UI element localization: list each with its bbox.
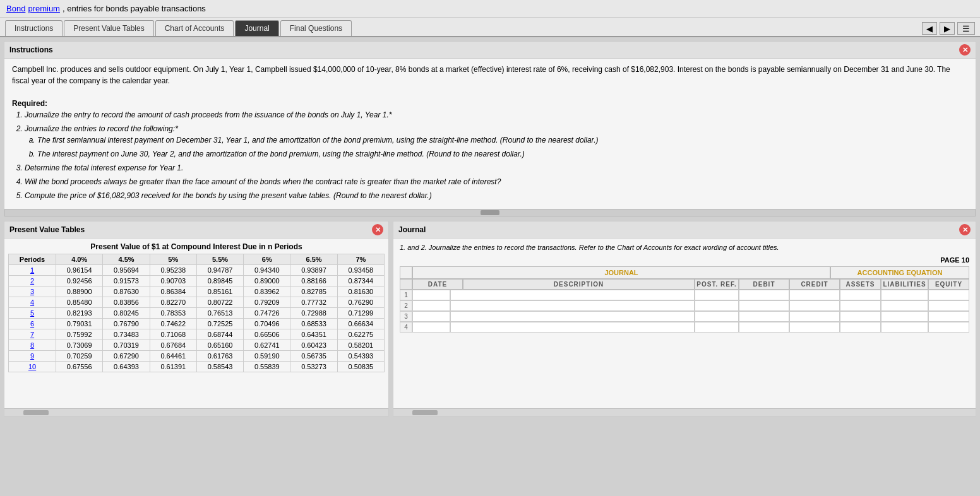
pv-v60: 0.59190	[244, 351, 290, 362]
pv-v50: 0.74622	[150, 319, 196, 329]
journal-row-credit[interactable]	[789, 300, 840, 311]
journal-row-post[interactable]	[695, 300, 739, 311]
journal-row-post[interactable]	[695, 290, 739, 300]
journal-row-liabilities[interactable]	[881, 290, 928, 300]
journal-row-desc[interactable]	[450, 290, 695, 300]
journal-row-desc[interactable]	[450, 300, 695, 311]
journal-row-liabilities[interactable]	[881, 311, 928, 322]
pv-table-title: Present Value of $1 at Compound Interest…	[8, 242, 385, 251]
journal-row-credit[interactable]	[789, 290, 840, 300]
pv-period[interactable]: 2	[9, 276, 56, 286]
journal-row-date[interactable]	[412, 290, 450, 300]
pv-v45: 0.73483	[103, 329, 150, 340]
journal-page-label: PAGE 10	[400, 256, 969, 264]
journal-section-header: JOURNAL ACCOUNTING EQUATION	[400, 266, 969, 279]
pv-v60: 0.66506	[244, 329, 290, 340]
nav-prev-button[interactable]: ◀	[922, 22, 937, 35]
header-title: , entries for bonds payable transactions	[63, 4, 206, 13]
pv-table-row: 3 0.88900 0.87630 0.86384 0.85161 0.8396…	[9, 286, 385, 297]
pv-period[interactable]: 1	[9, 265, 56, 276]
pv-period[interactable]: 9	[9, 351, 56, 362]
instructions-close-button[interactable]: ✕	[959, 44, 971, 56]
tab-instructions[interactable]: Instructions	[5, 20, 63, 36]
pv-col-periods: Periods	[9, 254, 56, 265]
instructions-scroll-area[interactable]: Campbell Inc. produces and sells outdoor…	[4, 59, 976, 209]
pv-v55: 0.89845	[196, 276, 243, 286]
journal-row-desc[interactable]	[450, 322, 695, 333]
journal-row-assets[interactable]	[840, 290, 881, 300]
pv-v50: 0.67684	[150, 340, 196, 351]
journal-row-debit[interactable]	[739, 290, 789, 300]
bond-link[interactable]: Bond	[6, 4, 25, 13]
instructions-scrollbar-h[interactable]	[4, 209, 976, 216]
journal-scrollbar-h[interactable]	[393, 408, 976, 416]
pv-close-button[interactable]: ✕	[372, 224, 383, 235]
journal-row-equity[interactable]	[928, 290, 969, 300]
journal-row-debit[interactable]	[739, 311, 789, 322]
journal-row-credit[interactable]	[789, 311, 840, 322]
journal-body[interactable]: 1. and 2. Journalize the entries to reco…	[393, 239, 976, 408]
requirement-1: Journalize the entry to record the amoun…	[25, 109, 968, 121]
instructions-main-text: Campbell Inc. produces and sells outdoor…	[12, 64, 968, 86]
pv-period[interactable]: 7	[9, 329, 56, 340]
journal-row-num: 2	[400, 300, 412, 311]
journal-row-date[interactable]	[412, 322, 450, 333]
journal-row-equity[interactable]	[928, 322, 969, 333]
pv-period[interactable]: 4	[9, 297, 56, 308]
pv-v45: 0.64393	[103, 362, 150, 372]
tab-final-questions[interactable]: Final Questions	[280, 20, 352, 36]
journal-row-credit[interactable]	[789, 322, 840, 333]
pv-table-header-row: Periods 4.0% 4.5% 5% 5.5% 6% 6.5% 7%	[9, 254, 385, 265]
pv-v65: 0.56735	[290, 351, 337, 362]
journal-data-row: 3	[400, 311, 969, 322]
pv-scrollbar-thumb	[23, 410, 49, 415]
pv-body[interactable]: Present Value of $1 at Compound Interest…	[4, 239, 388, 408]
premium-link[interactable]: premium	[28, 4, 60, 13]
pv-v40: 0.70259	[56, 351, 103, 362]
pv-col-6: 6%	[244, 254, 290, 265]
journal-row-date[interactable]	[412, 300, 450, 311]
pv-v65: 0.60423	[290, 340, 337, 351]
tab-chart-of-accounts[interactable]: Chart of Accounts	[155, 20, 234, 36]
pv-v70: 0.76290	[337, 297, 384, 308]
pv-period[interactable]: 10	[9, 362, 56, 372]
menu-button[interactable]: ☰	[957, 22, 975, 35]
journal-row-debit[interactable]	[739, 300, 789, 311]
journal-row-num: 4	[400, 322, 412, 333]
pv-scrollbar-h[interactable]	[4, 408, 388, 416]
journal-row-liabilities[interactable]	[881, 322, 928, 333]
pv-v40: 0.85480	[56, 297, 103, 308]
journal-row-post[interactable]	[695, 311, 739, 322]
journal-header-row: DATE DESCRIPTION POST. REF. DEBIT CREDIT…	[400, 279, 969, 290]
pv-v45: 0.87630	[103, 286, 150, 297]
pv-v40: 0.75992	[56, 329, 103, 340]
journal-row-equity[interactable]	[928, 300, 969, 311]
pv-period[interactable]: 8	[9, 340, 56, 351]
journal-close-button[interactable]: ✕	[959, 224, 971, 235]
tab-journal[interactable]: Journal	[235, 20, 278, 36]
pv-v45: 0.76790	[103, 319, 150, 329]
pv-period[interactable]: 5	[9, 308, 56, 319]
pv-v65: 0.93897	[290, 265, 337, 276]
journal-row-assets[interactable]	[840, 311, 881, 322]
journal-row-assets[interactable]	[840, 322, 881, 333]
pv-period[interactable]: 6	[9, 319, 56, 329]
pv-v45: 0.83856	[103, 297, 150, 308]
journal-row-assets[interactable]	[840, 300, 881, 311]
journal-row-liabilities[interactable]	[881, 300, 928, 311]
pv-table-row: 6 0.79031 0.76790 0.74622 0.72525 0.7049…	[9, 319, 385, 329]
journal-row-date[interactable]	[412, 311, 450, 322]
pv-period[interactable]: 3	[9, 286, 56, 297]
tab-present-value-tables[interactable]: Present Value Tables	[64, 20, 153, 36]
journal-row-debit[interactable]	[739, 322, 789, 333]
pv-table-row: 2 0.92456 0.91573 0.90703 0.89845 0.8900…	[9, 276, 385, 286]
pv-v50: 0.95238	[150, 265, 196, 276]
journal-title: Journal	[398, 225, 426, 234]
nav-next-button[interactable]: ▶	[940, 22, 955, 35]
journal-row-post[interactable]	[695, 322, 739, 333]
journal-row-desc[interactable]	[450, 311, 695, 322]
pv-v50: 0.86384	[150, 286, 196, 297]
pv-v70: 0.81630	[337, 286, 384, 297]
main-content: Instructions ✕ Campbell Inc. produces an…	[0, 37, 980, 420]
journal-row-equity[interactable]	[928, 311, 969, 322]
